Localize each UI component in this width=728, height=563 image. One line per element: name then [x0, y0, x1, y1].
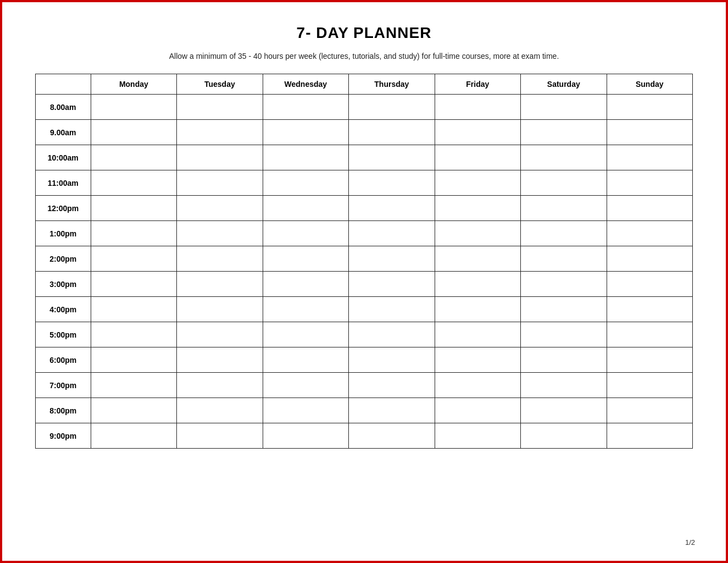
planner-cell[interactable] — [435, 398, 520, 423]
planner-cell[interactable] — [521, 196, 607, 221]
planner-cell[interactable] — [263, 272, 348, 297]
planner-cell[interactable] — [521, 95, 607, 120]
planner-cell[interactable] — [263, 322, 348, 347]
planner-cell[interactable] — [91, 272, 176, 297]
planner-cell[interactable] — [177, 145, 263, 170]
planner-cell[interactable] — [521, 423, 607, 449]
time-cell: 8.00am — [36, 95, 91, 120]
planner-cell[interactable] — [435, 95, 520, 120]
planner-cell[interactable] — [435, 145, 520, 170]
planner-cell[interactable] — [349, 145, 435, 170]
planner-cell[interactable] — [607, 373, 693, 398]
planner-cell[interactable] — [91, 423, 176, 449]
planner-cell[interactable] — [91, 347, 176, 373]
planner-cell[interactable] — [177, 297, 263, 322]
planner-cell[interactable] — [263, 347, 348, 373]
planner-cell[interactable] — [263, 120, 348, 145]
planner-cell[interactable] — [521, 221, 607, 246]
planner-cell[interactable] — [177, 322, 263, 347]
planner-cell[interactable] — [263, 297, 348, 322]
planner-cell[interactable] — [435, 347, 520, 373]
planner-cell[interactable] — [91, 196, 176, 221]
planner-cell[interactable] — [521, 272, 607, 297]
planner-cell[interactable] — [177, 196, 263, 221]
planner-cell[interactable] — [607, 246, 693, 272]
planner-cell[interactable] — [349, 398, 435, 423]
planner-cell[interactable] — [435, 246, 520, 272]
planner-cell[interactable] — [435, 297, 520, 322]
planner-cell[interactable] — [177, 272, 263, 297]
planner-cell[interactable] — [435, 196, 520, 221]
planner-cell[interactable] — [349, 95, 435, 120]
planner-cell[interactable] — [263, 398, 348, 423]
planner-cell[interactable] — [607, 272, 693, 297]
planner-cell[interactable] — [91, 246, 176, 272]
planner-cell[interactable] — [91, 170, 176, 196]
planner-cell[interactable] — [177, 221, 263, 246]
planner-cell[interactable] — [607, 347, 693, 373]
planner-cell[interactable] — [177, 373, 263, 398]
planner-cell[interactable] — [177, 246, 263, 272]
planner-cell[interactable] — [521, 120, 607, 145]
planner-cell[interactable] — [435, 373, 520, 398]
planner-cell[interactable] — [263, 373, 348, 398]
planner-cell[interactable] — [263, 145, 348, 170]
planner-cell[interactable] — [263, 423, 348, 449]
planner-cell[interactable] — [349, 120, 435, 145]
planner-cell[interactable] — [349, 221, 435, 246]
planner-cell[interactable] — [177, 423, 263, 449]
planner-cell[interactable] — [177, 347, 263, 373]
planner-cell[interactable] — [607, 95, 693, 120]
planner-cell[interactable] — [521, 297, 607, 322]
planner-cell[interactable] — [607, 423, 693, 449]
planner-cell[interactable] — [263, 221, 348, 246]
planner-cell[interactable] — [521, 398, 607, 423]
planner-cell[interactable] — [607, 145, 693, 170]
planner-cell[interactable] — [349, 170, 435, 196]
planner-cell[interactable] — [91, 398, 176, 423]
planner-cell[interactable] — [177, 120, 263, 145]
planner-cell[interactable] — [607, 170, 693, 196]
planner-cell[interactable] — [263, 246, 348, 272]
planner-cell[interactable] — [349, 322, 435, 347]
planner-cell[interactable] — [349, 297, 435, 322]
planner-cell[interactable] — [435, 120, 520, 145]
planner-cell[interactable] — [349, 272, 435, 297]
planner-cell[interactable] — [521, 373, 607, 398]
planner-cell[interactable] — [435, 322, 520, 347]
planner-cell[interactable] — [521, 322, 607, 347]
planner-cell[interactable] — [435, 221, 520, 246]
planner-cell[interactable] — [607, 322, 693, 347]
planner-cell[interactable] — [177, 170, 263, 196]
planner-cell[interactable] — [435, 272, 520, 297]
planner-cell[interactable] — [607, 196, 693, 221]
planner-cell[interactable] — [263, 196, 348, 221]
time-cell: 6:00pm — [36, 347, 91, 373]
planner-cell[interactable] — [607, 221, 693, 246]
planner-cell[interactable] — [521, 246, 607, 272]
planner-cell[interactable] — [521, 347, 607, 373]
planner-cell[interactable] — [349, 423, 435, 449]
planner-cell[interactable] — [91, 221, 176, 246]
planner-cell[interactable] — [177, 95, 263, 120]
planner-cell[interactable] — [607, 398, 693, 423]
planner-cell[interactable] — [263, 95, 348, 120]
planner-cell[interactable] — [349, 246, 435, 272]
planner-cell[interactable] — [607, 297, 693, 322]
planner-cell[interactable] — [435, 423, 520, 449]
planner-cell[interactable] — [91, 322, 176, 347]
planner-cell[interactable] — [521, 145, 607, 170]
planner-cell[interactable] — [91, 95, 176, 120]
planner-cell[interactable] — [349, 373, 435, 398]
planner-cell[interactable] — [349, 196, 435, 221]
planner-cell[interactable] — [263, 170, 348, 196]
planner-cell[interactable] — [349, 347, 435, 373]
planner-cell[interactable] — [607, 120, 693, 145]
planner-cell[interactable] — [91, 145, 176, 170]
planner-cell[interactable] — [91, 297, 176, 322]
planner-cell[interactable] — [521, 170, 607, 196]
planner-cell[interactable] — [91, 120, 176, 145]
planner-cell[interactable] — [91, 373, 176, 398]
planner-cell[interactable] — [435, 170, 520, 196]
planner-cell[interactable] — [177, 398, 263, 423]
